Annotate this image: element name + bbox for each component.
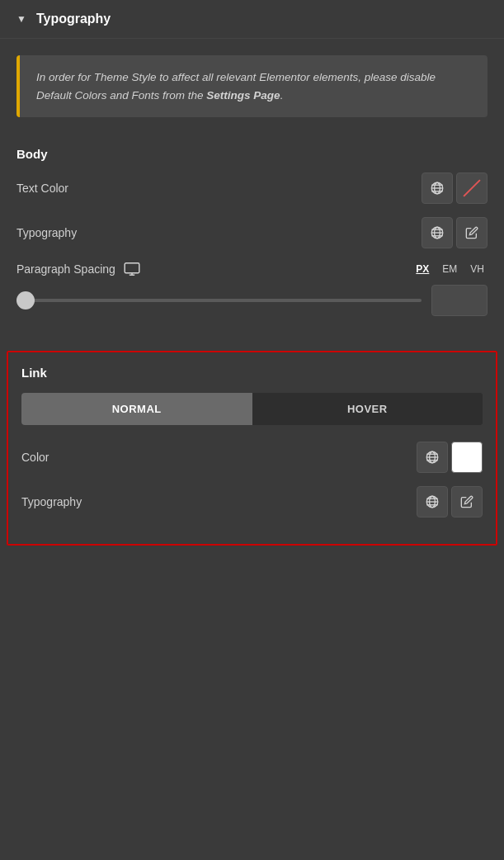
tab-normal[interactable]: NORMAL: [21, 393, 252, 425]
link-typography-global-button[interactable]: [417, 486, 448, 517]
typography-header: ▼ Typography: [0, 0, 504, 39]
monitor-icon: [124, 262, 140, 276]
globe-icon: [430, 225, 445, 240]
link-color-actions: [417, 442, 483, 473]
paragraph-spacing-slider-row: [16, 285, 488, 316]
pencil-icon: [465, 226, 478, 239]
typography-global-button[interactable]: [422, 217, 453, 248]
unit-em[interactable]: EM: [439, 262, 460, 276]
link-color-row: Color: [21, 442, 483, 473]
link-color-swatch[interactable]: [451, 442, 483, 473]
text-color-actions: [422, 172, 488, 204]
link-typography-row: Typography: [21, 486, 483, 517]
typography-actions: [422, 217, 488, 248]
typography-label: Typography: [16, 226, 77, 239]
unit-px[interactable]: PX: [412, 262, 432, 276]
globe-icon: [425, 450, 440, 465]
link-typography-actions: [417, 486, 483, 517]
link-color-global-button[interactable]: [417, 442, 448, 473]
info-text: In order for Theme Style to affect all r…: [36, 69, 471, 104]
body-section-title: Body: [16, 147, 488, 161]
text-color-row: Text Color: [16, 172, 488, 204]
link-color-label: Color: [21, 451, 49, 464]
typography-row: Typography: [16, 217, 488, 248]
link-typography-label: Typography: [21, 495, 82, 508]
paragraph-spacing-label: Paragraph Spacing: [16, 262, 140, 276]
tab-hover[interactable]: HOVER: [252, 393, 483, 425]
link-section-title: Link: [21, 366, 483, 380]
slider-track: [16, 299, 422, 302]
text-color-clear-button[interactable]: [456, 172, 488, 204]
paragraph-spacing-slider[interactable]: [16, 299, 422, 302]
link-typography-edit-button[interactable]: [451, 486, 483, 517]
page-title: Typography: [36, 12, 111, 26]
body-section: Body Text Color: [0, 134, 504, 343]
globe-icon: [425, 494, 440, 509]
unit-options: PX EM VH: [412, 262, 488, 276]
info-box: In order for Theme Style to affect all r…: [16, 55, 488, 117]
paragraph-spacing-row: Paragraph Spacing PX EM VH: [16, 262, 488, 276]
chevron-down-icon: ▼: [16, 13, 26, 25]
link-tabs: NORMAL HOVER: [21, 393, 483, 425]
typography-panel: ▼ Typography In order for Theme Style to…: [0, 0, 504, 546]
slash-icon: [463, 180, 480, 197]
unit-vh[interactable]: VH: [467, 262, 488, 276]
paragraph-spacing-input[interactable]: [431, 285, 488, 316]
slider-thumb[interactable]: [16, 291, 35, 310]
text-color-label: Text Color: [16, 182, 68, 195]
pencil-icon: [460, 495, 473, 508]
text-color-global-button[interactable]: [422, 172, 453, 204]
typography-edit-button[interactable]: [456, 217, 488, 248]
link-section: Link NORMAL HOVER Color: [7, 351, 497, 546]
svg-rect-10: [125, 263, 139, 273]
globe-icon: [430, 181, 445, 196]
